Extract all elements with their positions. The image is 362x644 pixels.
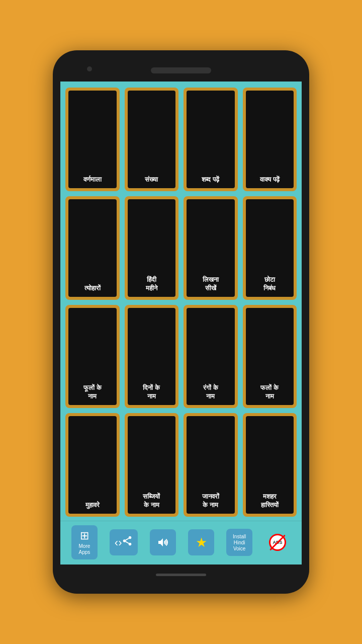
remove-ads-button[interactable]: ADS (264, 529, 291, 555)
phone-speaker (151, 67, 211, 73)
card-hindi-mahine[interactable]: हिंदीमहीने (125, 196, 179, 300)
card-tyohar[interactable]: त्योहारों (65, 196, 120, 300)
phone-device: वर्णमाला संख्या शब्द पढ़ें वाक्य पढ़ें (53, 50, 309, 594)
card-muhavare[interactable]: मुहावरे (65, 413, 120, 517)
card-falon-ke-naam[interactable]: फलों केनाम (243, 305, 297, 409)
phone-camera (87, 66, 92, 71)
svg-point-1 (123, 539, 126, 542)
card-varnmala[interactable]: वर्णमाला (65, 88, 120, 191)
card-sabziyon-ke-naam[interactable]: सब्जियोंके नाम (125, 413, 179, 517)
install-hindi-label: InstallHindiVoice (233, 534, 246, 552)
card-likhna-sikhe[interactable]: लिखनासीखें (184, 196, 238, 300)
grid-row-2: त्योहारों हिंदीमहीने लिखनासीखें छोटानिबं… (65, 196, 297, 300)
card-sankhya[interactable]: संख्या (125, 88, 179, 191)
ads-icon: ADS (269, 534, 286, 551)
card-dinon-ke-naam[interactable]: दिनों केनाम (125, 305, 179, 409)
phone-bottom-bar (156, 565, 206, 585)
more-apps-button[interactable]: ⊞ MoreApps (71, 525, 98, 559)
card-shabd-padhe[interactable]: शब्द पढ़ें (184, 88, 238, 191)
card-janvaron-ke-naam[interactable]: जानवरोंके नाम (184, 413, 238, 517)
grid-icon: ⊞ (80, 529, 89, 542)
svg-line-4 (126, 538, 129, 540)
phone-home-bar (156, 574, 206, 576)
star-icon: ★ (196, 535, 207, 550)
rate-button[interactable]: ★ (188, 529, 214, 555)
phone-top-bar (53, 59, 309, 82)
share-icon: ‹› (115, 535, 133, 549)
card-phoolon-ke-naam[interactable]: फूलों केनाम (65, 305, 120, 409)
svg-marker-5 (158, 538, 163, 546)
share-button[interactable]: ‹› (110, 529, 138, 555)
grid-row-1: वर्णमाला संख्या शब्द पढ़ें वाक्य पढ़ें (65, 88, 297, 191)
grid-row-4: मुहावरे सब्जियोंके नाम जानवरोंके नाम मशह… (65, 413, 297, 517)
svg-point-0 (129, 536, 132, 539)
more-apps-label: MoreApps (79, 543, 90, 555)
main-grid: वर्णमाला संख्या शब्द पढ़ें वाक्य पढ़ें (60, 82, 302, 521)
sound-button[interactable] (150, 529, 176, 555)
card-rangon-ke-naam[interactable]: रंगों केनाम (184, 305, 238, 409)
svg-point-2 (129, 543, 132, 546)
svg-line-3 (126, 541, 129, 543)
card-chhota-nibandh[interactable]: छोटानिबंध (243, 196, 297, 300)
card-vakya-padhe[interactable]: वाक्य पढ़ें (243, 88, 297, 191)
phone-screen: वर्णमाला संख्या शब्द पढ़ें वाक्य पढ़ें (60, 82, 302, 565)
sound-icon (157, 536, 169, 548)
grid-row-3: फूलों केनाम दिनों केनाम रंगों केनाम फलों… (65, 305, 297, 409)
card-mashhur-hastiya[interactable]: मशहरहास्तियों (243, 413, 297, 517)
bottom-bar: ⊞ MoreApps ‹› (60, 521, 302, 565)
install-hindi-voice-button[interactable]: InstallHindiVoice (226, 529, 252, 556)
